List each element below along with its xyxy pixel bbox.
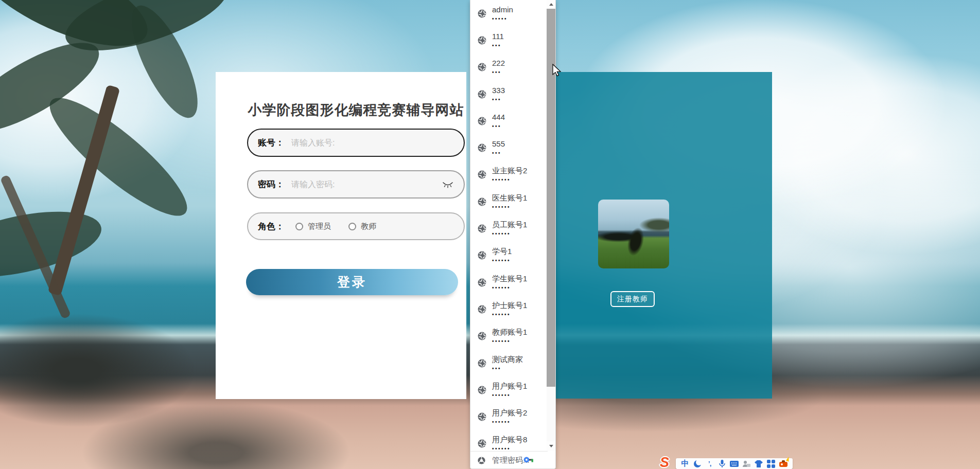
chevron-down-icon bbox=[549, 445, 553, 447]
autofill-entry[interactable]: admin ••••• bbox=[470, 0, 548, 27]
autofill-username: 员工账号1 bbox=[492, 220, 527, 229]
keyboard-icon[interactable] bbox=[729, 459, 739, 468]
autofill-password-mask: •••••• bbox=[492, 311, 527, 318]
globe-icon bbox=[477, 304, 487, 314]
autofill-password-mask: ••• bbox=[492, 42, 504, 49]
autofill-entry[interactable]: 员工账号1 •••••• bbox=[470, 215, 548, 242]
autofill-username: 护士账号1 bbox=[492, 301, 527, 310]
account-input[interactable] bbox=[291, 138, 454, 148]
role-option-admin[interactable]: 管理员 bbox=[295, 222, 331, 231]
autofill-entry[interactable]: 555 ••• bbox=[470, 134, 548, 161]
autofill-password-mask: •••••• bbox=[492, 338, 527, 345]
id-card-icon[interactable] bbox=[742, 459, 751, 468]
globe-icon bbox=[477, 143, 487, 153]
autofill-entry[interactable]: 用户账号1 •••••• bbox=[470, 376, 548, 403]
globe-icon bbox=[477, 278, 487, 287]
autofill-entry[interactable]: 业主账号2 •••••• bbox=[470, 161, 548, 188]
globe-icon bbox=[477, 385, 487, 395]
moon-icon[interactable] bbox=[692, 459, 702, 468]
autofill-dropdown: admin ••••• 111 ••• bbox=[470, 0, 556, 469]
manage-passwords-item[interactable]: 管理密码... bbox=[470, 452, 548, 469]
globe-icon bbox=[477, 358, 487, 368]
password-visibility-icon[interactable] bbox=[441, 181, 454, 189]
autofill-username: 用户账号1 bbox=[492, 382, 527, 391]
autofill-password-mask: •••••• bbox=[492, 204, 527, 210]
globe-icon bbox=[477, 412, 487, 422]
autofill-password-mask: •••••• bbox=[492, 284, 527, 291]
autofill-entry[interactable]: 444 ••• bbox=[470, 107, 548, 134]
autofill-username: 学号1 bbox=[492, 247, 512, 256]
globe-icon bbox=[477, 116, 487, 126]
autofill-entry[interactable]: 学生账号1 •••••• bbox=[470, 269, 548, 296]
scroll-down-button[interactable] bbox=[547, 441, 555, 451]
password-label: 密码： bbox=[258, 178, 284, 190]
app-grid-icon[interactable] bbox=[766, 459, 776, 468]
teacher-radio[interactable] bbox=[348, 223, 356, 230]
globe-icon bbox=[477, 9, 487, 19]
chinese-mode-icon[interactable]: 中 bbox=[680, 459, 690, 468]
autofill-entry[interactable]: 用户账号8 •••••• bbox=[470, 430, 548, 451]
role-option-teacher[interactable]: 教师 bbox=[348, 222, 376, 231]
teacher-radio-label: 教师 bbox=[361, 222, 376, 231]
autofill-entry[interactable]: 教师账号1 •••••• bbox=[470, 323, 548, 350]
account-label: 账号： bbox=[258, 137, 284, 149]
autofill-username: 333 bbox=[492, 86, 505, 95]
autofill-entry[interactable]: 222 ••• bbox=[470, 54, 548, 81]
skin-icon[interactable] bbox=[754, 459, 764, 468]
microphone-icon[interactable] bbox=[717, 459, 727, 468]
autofill-username: 用户账号2 bbox=[492, 408, 527, 418]
lightning-badge bbox=[786, 456, 790, 461]
autofill-password-mask: •••••• bbox=[492, 176, 527, 183]
autofill-username: 222 bbox=[492, 59, 505, 68]
page-title: 小学阶段图形化编程竞赛辅导网站 bbox=[247, 101, 465, 119]
autofill-username: 教师账号1 bbox=[492, 328, 527, 337]
autofill-entry[interactable]: 111 ••• bbox=[470, 27, 548, 53]
autofill-password-mask: ••••• bbox=[492, 15, 513, 22]
globe-icon bbox=[477, 439, 487, 448]
photo-figure-silhouette bbox=[625, 226, 647, 258]
globe-icon bbox=[477, 89, 487, 99]
role-options: 管理员 教师 bbox=[295, 222, 376, 231]
autofill-entry[interactable]: 333 ••• bbox=[470, 81, 548, 107]
login-panel: 小学阶段图形化编程竞赛辅导网站 账号： 密码： 角色： 管理员 教师 登录 bbox=[216, 72, 466, 399]
toolbox-icon[interactable] bbox=[778, 459, 788, 468]
ime-toolbar: 中 ’, bbox=[676, 458, 793, 469]
autofill-entry[interactable]: 护士账号1 •••••• bbox=[470, 296, 548, 322]
scrollbar[interactable] bbox=[547, 0, 555, 451]
account-field-group: 账号： bbox=[247, 129, 465, 157]
admin-radio[interactable] bbox=[295, 223, 303, 230]
chevron-up-icon bbox=[549, 3, 553, 6]
autofill-entry[interactable]: 医生账号1 •••••• bbox=[470, 188, 548, 215]
autofill-list: admin ••••• 111 ••• bbox=[470, 0, 548, 451]
chrome-icon bbox=[477, 456, 486, 465]
sogou-logo[interactable]: S bbox=[660, 455, 669, 469]
landscape-photo bbox=[598, 200, 669, 268]
globe-icon bbox=[477, 250, 487, 260]
autofill-entry[interactable]: 用户账号2 •••••• bbox=[470, 403, 548, 430]
autofill-password-mask: ••• bbox=[492, 150, 505, 156]
autofill-entry[interactable]: 测试商家 ••• bbox=[470, 350, 548, 376]
scrollbar-thumb[interactable] bbox=[547, 9, 555, 387]
autofill-password-mask: ••• bbox=[492, 69, 505, 76]
password-field-group: 密码： bbox=[247, 170, 465, 199]
autofill-password-mask: •••••• bbox=[492, 445, 527, 451]
globe-icon bbox=[477, 62, 487, 72]
autofill-entry[interactable]: 学号1 •••••• bbox=[470, 242, 548, 269]
autofill-password-mask: •••••• bbox=[492, 419, 527, 425]
password-input[interactable] bbox=[291, 180, 437, 189]
admin-radio-label: 管理员 bbox=[308, 222, 331, 231]
punctuation-icon[interactable]: ’, bbox=[705, 459, 714, 468]
autofill-username: admin bbox=[492, 5, 513, 14]
autofill-username: 测试商家 bbox=[492, 355, 523, 364]
autofill-username: 111 bbox=[492, 32, 504, 41]
register-teacher-button[interactable]: 注册教师 bbox=[610, 291, 655, 307]
password-key-icon bbox=[523, 456, 535, 464]
globe-icon bbox=[477, 331, 487, 341]
autofill-password-mask: ••• bbox=[492, 123, 505, 130]
scroll-up-button[interactable] bbox=[547, 0, 555, 9]
login-button[interactable]: 登录 bbox=[246, 269, 458, 295]
autofill-password-mask: •••••• bbox=[492, 230, 527, 237]
autofill-username: 医生账号1 bbox=[492, 193, 527, 203]
autofill-username: 业主账号2 bbox=[492, 166, 527, 175]
role-label: 角色： bbox=[258, 221, 284, 232]
